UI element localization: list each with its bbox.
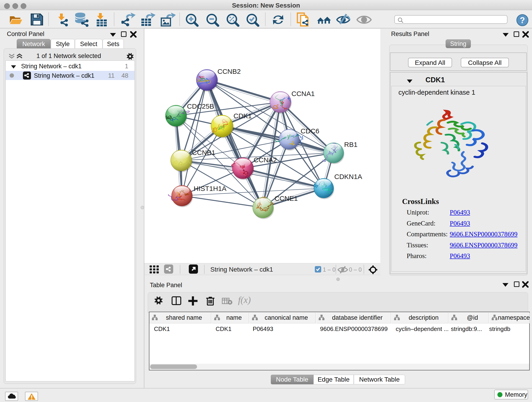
- svg-text:CCNB1: CCNB1: [192, 149, 215, 156]
- svg-text:CDC6: CDC6: [301, 127, 319, 135]
- svg-text:CDC25B: CDC25B: [187, 102, 214, 110]
- svg-text:CCNB2: CCNB2: [217, 68, 241, 75]
- svg-text:CDKN1A: CDKN1A: [334, 173, 362, 180]
- svg-text:RB1: RB1: [344, 141, 357, 148]
- svg-text:CDK1: CDK1: [234, 112, 252, 120]
- svg-text:CCNE1: CCNE1: [274, 195, 298, 202]
- svg-text:CCNA1: CCNA1: [291, 90, 315, 97]
- svg-text:CCNA2: CCNA2: [254, 156, 277, 164]
- svg-text:HIST1H1A: HIST1H1A: [194, 185, 226, 192]
